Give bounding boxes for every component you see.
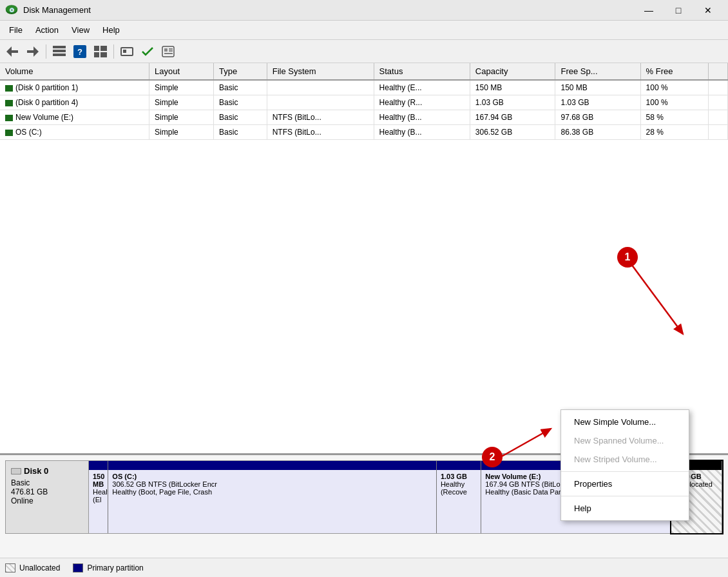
svg-rect-11 (101, 46, 107, 51)
table-row[interactable]: New Volume (E:) Simple Basic NTFS (BitLo… (0, 110, 728, 125)
table-row[interactable]: (Disk 0 partition 4) Simple Basic Health… (0, 95, 728, 110)
svg-rect-10 (94, 46, 99, 51)
properties-button[interactable] (158, 43, 178, 61)
svg-text:?: ? (77, 47, 82, 57)
partition[interactable]: 1.03 GBHealthy (Recove (437, 461, 481, 533)
cell-free: 97.68 GB (555, 110, 640, 125)
cell-capacity: 167.94 GB (470, 110, 555, 125)
col-volume: Volume (0, 63, 149, 80)
context-menu-item[interactable]: Help (561, 499, 689, 518)
cell-volume: (Disk 0 partition 1) (0, 80, 149, 95)
status-bar: Unallocated Primary partition (0, 558, 728, 577)
help-button[interactable]: ? (70, 43, 90, 61)
primary-label: Primary partition (87, 563, 143, 572)
svg-rect-14 (121, 48, 133, 55)
partition-sublabel2: Healthy (Boot, Page File, Crash (112, 488, 432, 496)
unallocated-box (5, 563, 15, 572)
partition-sublabel: Healthy (El (93, 488, 104, 504)
table-header-row: Volume Layout Type File System Status Ca… (0, 63, 728, 80)
svg-rect-16 (162, 46, 174, 57)
forward-button[interactable] (23, 43, 43, 61)
cell-status: Healthy (B... (374, 110, 470, 125)
context-menu-item[interactable]: New Simple Volume... (561, 413, 689, 431)
svg-rect-15 (123, 50, 126, 53)
col-capacity: Capacity (470, 63, 555, 80)
col-type: Type (214, 63, 267, 80)
disk-name: Disk 0 (11, 466, 83, 476)
legend-unallocated: Unallocated (5, 563, 60, 572)
menu-help[interactable]: Help (96, 23, 126, 37)
partition-body: 1.03 GBHealthy (Recove (437, 470, 481, 533)
svg-rect-5 (53, 46, 66, 48)
cell-status: Healthy (E... (374, 80, 470, 95)
window-title: Disk Management (23, 5, 634, 15)
partition-body: OS (C:)306.52 GB NTFS (BitLocker EncrHea… (108, 470, 436, 533)
maximize-button[interactable]: □ (664, 0, 693, 21)
disk-list-button[interactable] (91, 43, 110, 61)
cell-pct: 28 % (640, 125, 708, 140)
partition-sublabel: 306.52 GB NTFS (BitLocker Encr (112, 480, 432, 488)
menu-bar: File Action View Help (0, 21, 728, 40)
cell-filesystem: NTFS (BitLo... (267, 125, 374, 140)
volume-list-button[interactable] (50, 43, 69, 61)
cell-capacity: 306.52 GB (470, 125, 555, 140)
toolbar-separator-2 (113, 44, 114, 59)
svg-rect-17 (164, 48, 168, 52)
cell-pct: 100 % (640, 95, 708, 110)
context-menu-separator (561, 471, 689, 472)
menu-file[interactable]: File (3, 23, 29, 37)
cell-type: Basic (214, 125, 267, 140)
cell-type: Basic (214, 95, 267, 110)
cell-filesystem: NTFS (BitLo... (267, 110, 374, 125)
context-menu-item[interactable]: Properties (561, 474, 689, 493)
connect-button[interactable] (117, 43, 137, 61)
cell-volume: New Volume (E:) (0, 110, 149, 125)
partition-header (89, 461, 108, 470)
table-row[interactable]: (Disk 0 partition 1) Simple Basic Health… (0, 80, 728, 95)
cell-type: Basic (214, 110, 267, 125)
cell-filesystem (267, 80, 374, 95)
partition[interactable]: 150 MBHealthy (El (89, 461, 108, 533)
svg-rect-22 (12, 469, 21, 474)
partition-sublabel: Healthy (Recove (441, 480, 477, 496)
partition-body: 150 MBHealthy (El (89, 470, 108, 533)
cell-pct: 58 % (640, 110, 708, 125)
toolbar: ? (0, 40, 728, 63)
partition-label: 150 MB (93, 473, 104, 488)
cell-layout: Simple (149, 110, 214, 125)
partition-label: 1.03 GB (441, 473, 477, 480)
menu-view[interactable]: View (65, 23, 96, 37)
cell-extra (708, 125, 727, 140)
window-controls: — □ ✕ (634, 0, 723, 21)
menu-action[interactable]: Action (29, 23, 65, 37)
col-filesystem: File System (267, 63, 374, 80)
back-button[interactable] (3, 43, 22, 61)
disk-size: 476.81 GB (11, 487, 83, 496)
cell-layout: Simple (149, 80, 214, 95)
cell-pct: 100 % (640, 80, 708, 95)
cell-free: 1.03 GB (555, 95, 640, 110)
cell-type: Basic (214, 80, 267, 95)
unallocated-label: Unallocated (19, 563, 60, 572)
app-icon: 💿 (5, 4, 18, 17)
primary-box (73, 563, 83, 572)
cell-layout: Simple (149, 95, 214, 110)
annotation-1: 1 (617, 247, 638, 268)
table-row[interactable]: OS (C:) Simple Basic NTFS (BitLo... Heal… (0, 125, 728, 140)
cell-extra (708, 110, 727, 125)
svg-rect-12 (94, 52, 99, 57)
context-menu: New Simple Volume...New Spanned Volume..… (560, 409, 689, 521)
close-button[interactable]: ✕ (693, 0, 723, 21)
check-button[interactable] (138, 43, 157, 61)
title-bar: 💿 Disk Management — □ ✕ (0, 0, 728, 21)
partition[interactable]: OS (C:)306.52 GB NTFS (BitLocker EncrHea… (108, 461, 437, 533)
cell-free: 86.38 GB (555, 125, 640, 140)
col-layout: Layout (149, 63, 214, 80)
minimize-button[interactable]: — (634, 0, 664, 21)
col-pct: % Free (640, 63, 708, 80)
cell-layout: Simple (149, 125, 214, 140)
cell-extra (708, 80, 727, 95)
cell-volume: (Disk 0 partition 4) (0, 95, 149, 110)
annotation-2: 2 (482, 447, 503, 467)
disk-status: Online (11, 496, 83, 505)
